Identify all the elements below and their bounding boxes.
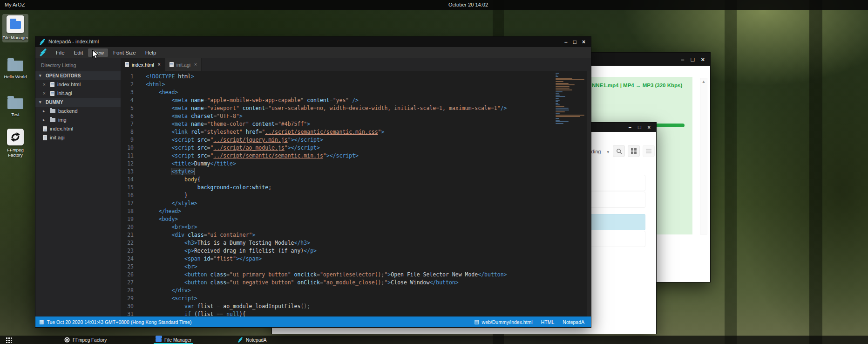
menu-item-edit[interactable]: Edit (70, 48, 88, 57)
notepada-titlebar[interactable]: NotepadA - index.html – □ × (35, 37, 591, 47)
code-line-1[interactable]: <!DOCTYPE html> (146, 73, 546, 81)
code-line-26[interactable]: <button class="ui primary button" onclic… (146, 271, 546, 279)
code-line-10[interactable]: <script src="../script/ao_module.js"></s… (146, 144, 546, 152)
menu-item-help[interactable]: Help (141, 48, 161, 57)
maximize-button[interactable]: □ (691, 56, 695, 63)
close-button[interactable]: × (648, 124, 651, 130)
code-editor[interactable]: 1234567891011121314151617181920212223242… (121, 71, 591, 316)
code-line-16[interactable]: } (146, 192, 546, 200)
tree-item-index.html[interactable]: ×index.html (35, 80, 121, 89)
editor-scrollbar[interactable] (587, 71, 591, 316)
mouse-cursor (91, 50, 100, 59)
minimap-line (556, 118, 559, 119)
code-line-5[interactable]: <meta name="viewport" content="user-scal… (146, 104, 546, 112)
scrollbar[interactable]: ▲ (700, 78, 707, 234)
code-line-17[interactable]: </style> (146, 200, 546, 207)
minimap-line (556, 108, 569, 109)
taskbar-item-notepada[interactable]: NotepadA (237, 336, 266, 344)
code-line-13[interactable]: <style> (146, 168, 546, 176)
minimap-line (556, 89, 572, 90)
tree-item-init.agi[interactable]: ×init.agi (35, 89, 121, 98)
code-line-3[interactable]: <head> (146, 89, 546, 96)
code-line-8[interactable]: <link rel="stylesheet" href="../script/s… (146, 128, 546, 136)
minimap-line (556, 96, 565, 97)
menu-bar: FileEditViewFont SizeHelp (35, 47, 591, 58)
desktop-icon-file-manager[interactable]: File Manager (2, 14, 28, 42)
tab-init.agi[interactable]: init.agi× (165, 58, 202, 71)
code-line-18[interactable]: </head> (146, 207, 546, 215)
tab-close-icon[interactable]: × (158, 62, 161, 67)
code-line-6[interactable]: <meta charset="UTF-8"> (146, 112, 546, 120)
search-icon (616, 148, 622, 154)
code-line-2[interactable]: <html> (146, 81, 546, 89)
menu-item-file[interactable]: File (52, 48, 69, 57)
code-line-7[interactable]: <meta name="theme-color" content="#4b75f… (146, 120, 546, 128)
desktop-icon-test[interactable]: Test (2, 95, 28, 117)
ffmpeg-window-titlebar[interactable]: – □ × (578, 53, 710, 66)
minimap-line (556, 113, 560, 114)
clock: October 20 14:02 (448, 2, 488, 7)
code-line-15[interactable]: background-color:white; (146, 184, 546, 192)
code-line-27[interactable]: <button class="ui negative button" onCli… (146, 279, 546, 287)
desktop-icon-ffmpeg-factory[interactable]: FFmpeg Factory (2, 129, 28, 158)
close-button[interactable]: × (701, 56, 705, 63)
taskbar-item-ffmpeg-factory[interactable]: FFmpeg Factory (64, 336, 107, 344)
minimap-line (556, 101, 558, 102)
code-line-31[interactable]: if (flist == null){ (146, 310, 546, 316)
code-line-23[interactable]: <p>Received drag-in filelist (if any)</p… (146, 247, 546, 255)
code-line-24[interactable]: <span id="flist"></span> (146, 255, 546, 263)
code-line-30[interactable]: var flist = ao_module_loadInputFiles(); (146, 303, 546, 310)
code-line-19[interactable]: <body> (146, 215, 546, 223)
desktop-icon-hello-world[interactable]: Hello World (2, 57, 28, 79)
app-launcher-icon[interactable] (6, 337, 12, 343)
status-appname: NotepadA (563, 319, 584, 325)
tree-item-index.html[interactable]: index.html (35, 124, 121, 133)
tab-index.html[interactable]: index.html× (121, 58, 165, 71)
code-line-28[interactable]: </div> (146, 287, 546, 295)
code-line-25[interactable]: <br> (146, 263, 546, 271)
maximize-button[interactable]: □ (573, 39, 576, 45)
code-line-21[interactable]: <div class="ui container"> (146, 231, 546, 239)
code-line-9[interactable]: <script src="../script/jquery.min.js"></… (146, 136, 546, 144)
code-line-4[interactable]: <meta name="apple-mobile-web-app-capable… (146, 96, 546, 104)
code-line-29[interactable]: <script> (146, 295, 546, 303)
minimap-line (556, 123, 563, 124)
minimap-line (556, 121, 569, 122)
code-line-22[interactable]: <h3>This is a Dummy Testing Module</h3> (146, 239, 546, 247)
maximize-button[interactable]: □ (638, 124, 641, 130)
minimap-line (556, 110, 569, 110)
code-line-20[interactable]: <br><br> (146, 223, 546, 231)
list-view-button[interactable] (643, 145, 655, 157)
tree-item-init.agi[interactable]: init.agi (35, 133, 121, 142)
minimize-button[interactable]: – (681, 56, 684, 63)
taskbar-item-file-manager[interactable]: File Manager (156, 336, 191, 344)
code-line-11[interactable]: <script src="../script/semantic/semantic… (146, 152, 546, 160)
chevron-down-icon: ▾ (607, 150, 609, 154)
aroz-home-button[interactable]: My ArOZ (5, 2, 25, 7)
tree-section-dummy[interactable]: ▾DUMMY (35, 98, 121, 107)
minimap-line (556, 79, 584, 80)
tree-section-open-editors[interactable]: ▾OPEN EDITORS (35, 71, 121, 80)
minimize-button[interactable]: – (564, 39, 568, 45)
code-line-14[interactable]: body{ (146, 176, 546, 184)
minimize-button[interactable]: – (629, 124, 631, 130)
grid-icon (631, 148, 637, 154)
code-content[interactable]: <!DOCTYPE html><html> <head> <meta name=… (146, 73, 546, 316)
ffmpeg-factory-icon (7, 129, 24, 145)
code-line-12[interactable]: <title>Dummy</title> (146, 160, 546, 168)
notepada-logo-icon (39, 48, 47, 57)
scroll-up-arrow-icon[interactable]: ▲ (702, 79, 706, 84)
minimap-line (556, 73, 559, 74)
notepada-window[interactable]: NotepadA - index.html – □ × FileEditView… (35, 36, 591, 328)
calendar-icon: ▦ (39, 319, 44, 325)
desktop-icon-label: FFmpeg Factory (2, 147, 28, 158)
menu-item-font-size[interactable]: Font Size (109, 48, 140, 57)
tab-close-icon[interactable]: × (194, 62, 197, 67)
close-button[interactable]: × (582, 39, 585, 45)
tree-item-img[interactable]: ▸img (35, 116, 121, 124)
search-button[interactable] (613, 145, 625, 157)
status-language[interactable]: HTML (541, 319, 555, 325)
tree-item-backend[interactable]: ▸backend (35, 107, 121, 116)
grid-view-button[interactable] (628, 145, 640, 157)
minimap[interactable] (556, 73, 586, 124)
